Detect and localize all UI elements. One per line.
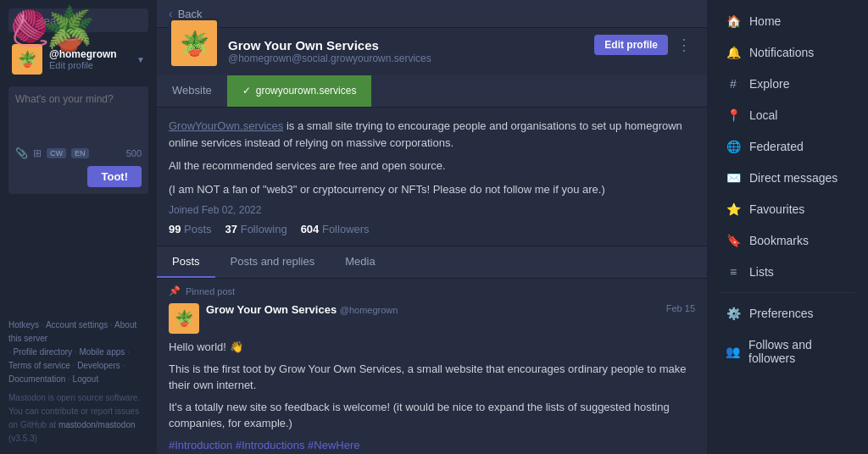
github-link[interactable]: mastodon/mastodon xyxy=(58,420,136,429)
profile-display-name: Grow Your Own Services xyxy=(228,38,586,53)
back-button[interactable]: ‹ Back xyxy=(157,0,707,28)
nav-item-favourites[interactable]: ⭐Favourites xyxy=(712,194,863,224)
nav-label-bookmarks: Bookmarks xyxy=(749,234,809,247)
post-avatar: 🪴 xyxy=(169,303,199,334)
lists-icon: ≡ xyxy=(726,265,741,279)
posts-tabs-header: Posts Posts and replies Media xyxy=(157,246,707,279)
left-sidebar: 🔍 🪴 @homegrown Edit profile ▼ 📎 ⊞ CW EN … xyxy=(0,0,157,454)
nav-label-preferences: Preferences xyxy=(749,307,813,320)
terms-link[interactable]: Terms of service xyxy=(8,361,70,370)
post-content: Hello world! 👋 This is the first toot by… xyxy=(169,339,695,453)
post-tags: #Introduction #Introductions #NewHere xyxy=(169,437,695,454)
nav-item-preferences[interactable]: ⚙️Preferences xyxy=(712,298,863,329)
profile-handle: @homegrown@social.growyourown.services xyxy=(228,53,586,64)
pin-icon: 📌 xyxy=(169,285,181,296)
bio-line2: All the recommended services are free an… xyxy=(169,158,695,174)
following-label: Following xyxy=(241,223,287,235)
post-line2: It's a totally new site so feedback is w… xyxy=(169,399,695,432)
avatar: 🪴 xyxy=(12,44,42,75)
profile-stats: 99 Posts 37 Following 604 Followers xyxy=(169,223,695,235)
post-meta: Grow Your Own Services @homegrown xyxy=(206,303,659,316)
profile-bio: GrowYourOwn.services is a small site try… xyxy=(157,108,707,246)
profile-tabs: Website growyourown.services xyxy=(157,75,707,108)
bio-line1: GrowYourOwn.services is a small site try… xyxy=(169,118,695,151)
nav-label-favourites: Favourites xyxy=(749,202,804,216)
hotkeys-link[interactable]: Hotkeys xyxy=(8,320,39,329)
pinned-post-section: 📌 Pinned post 🪴 Grow Your Own Services @… xyxy=(157,279,707,454)
followers-count: 604 xyxy=(301,223,320,235)
nav-label-direct-messages: Direct messages xyxy=(749,171,837,185)
nav-item-bookmarks[interactable]: 🔖Bookmarks xyxy=(712,225,863,256)
nav-item-notifications[interactable]: 🔔Notifications xyxy=(712,37,863,68)
chevron-down-icon: ▼ xyxy=(136,55,145,64)
profile-actions: Edit profile ⋮ xyxy=(594,35,695,55)
post-line1: This is the first toot by Grow Your Own … xyxy=(169,361,695,394)
bookmarks-icon: 🔖 xyxy=(726,234,741,247)
account-settings-link[interactable]: Account settings xyxy=(46,320,108,329)
tab-media[interactable]: Media xyxy=(330,246,390,278)
pinned-text: Pinned post xyxy=(186,286,235,296)
nav-label-local: Local xyxy=(749,108,777,122)
following-count: 37 xyxy=(225,223,237,235)
mobile-apps-link[interactable]: Mobile apps xyxy=(79,347,125,357)
logout-link[interactable]: Logout xyxy=(73,374,99,384)
nav-item-local[interactable]: 📍Local xyxy=(712,100,863,130)
profile-text: Grow Your Own Services @homegrown@social… xyxy=(228,35,586,64)
emoji-icon[interactable]: ⊞ xyxy=(33,147,42,159)
nav-label-lists: Lists xyxy=(749,265,774,279)
follows-followers-icon: 👥 xyxy=(726,345,740,358)
post-author: Grow Your Own Services xyxy=(206,303,337,316)
followers-label: Followers xyxy=(322,223,370,235)
nav-label-home: Home xyxy=(749,14,781,28)
following-stat[interactable]: 37 Following xyxy=(225,223,287,235)
en-button[interactable]: EN xyxy=(71,148,89,158)
nav-item-lists[interactable]: ≡Lists xyxy=(712,257,863,287)
post-author-line: Grow Your Own Services @homegrown xyxy=(206,303,659,316)
edit-profile-link[interactable]: Edit profile xyxy=(49,60,130,70)
pinned-label: 📌 Pinned post xyxy=(169,285,695,296)
compose-toolbar: 📎 ⊞ CW EN 500 xyxy=(15,147,142,159)
edit-profile-button[interactable]: Edit profile xyxy=(594,35,668,55)
attach-icon[interactable]: 📎 xyxy=(15,147,28,159)
nav-item-follows-followers[interactable]: 👥Follows and followers xyxy=(712,329,863,374)
char-count: 500 xyxy=(126,148,142,158)
mastodon-credit: Mastodon is open source software. You ca… xyxy=(8,391,148,446)
nav-divider xyxy=(721,292,854,293)
followers-stat[interactable]: 604 Followers xyxy=(301,223,370,235)
profile-avatar: 🪴 xyxy=(169,18,220,69)
post-handle: @homegrown xyxy=(340,305,398,315)
explore-icon: # xyxy=(726,77,741,91)
posts-count: 99 xyxy=(169,223,181,235)
tab-verified[interactable]: growyourown.services xyxy=(227,75,372,107)
preferences-icon: ⚙️ xyxy=(726,307,741,320)
post-greeting: Hello world! 👋 xyxy=(169,339,695,356)
post-date: Feb 15 xyxy=(666,303,695,313)
grow-link[interactable]: GrowYourOwn.services xyxy=(169,119,283,132)
tab-posts-replies[interactable]: Posts and replies xyxy=(215,246,331,278)
cw-button[interactable]: CW xyxy=(47,148,66,158)
compose-textarea[interactable] xyxy=(15,93,142,140)
toot-button[interactable]: Toot! xyxy=(87,166,142,187)
nav-label-notifications: Notifications xyxy=(749,46,814,59)
profile-dir-link[interactable]: Profile directory xyxy=(14,347,72,357)
tab-posts[interactable]: Posts xyxy=(157,246,215,278)
sidebar-footer: Hotkeys · Account settings · About this … xyxy=(8,318,148,446)
nav-item-explore[interactable]: #Explore xyxy=(712,69,863,99)
direct-messages-icon: ✉️ xyxy=(726,171,741,185)
developers-link[interactable]: Developers xyxy=(77,361,120,370)
pinned-post: 🪴 Grow Your Own Services @homegrown Feb … xyxy=(169,303,695,454)
footer-links: Hotkeys · Account settings · About this … xyxy=(8,320,136,384)
bio-line3: (I am NOT a fan of "web3" or cryptocurre… xyxy=(169,181,695,198)
tab-website[interactable]: Website xyxy=(157,75,227,107)
compose-box: 📎 ⊞ CW EN 500 Toot! xyxy=(8,86,148,194)
local-icon: 📍 xyxy=(726,108,741,122)
posts-stat[interactable]: 99 Posts xyxy=(169,223,212,235)
home-icon: 🏠 xyxy=(726,14,741,28)
nav-item-federated[interactable]: 🌐Federated xyxy=(712,131,863,162)
nav-item-direct-messages[interactable]: ✉️Direct messages xyxy=(712,163,863,193)
more-options-button[interactable]: ⋮ xyxy=(673,36,695,54)
federated-icon: 🌐 xyxy=(726,140,741,153)
nav-item-home[interactable]: 🏠Home xyxy=(712,6,863,36)
docs-link[interactable]: Documentation xyxy=(8,374,65,384)
profile-info-bar: 🪴 Grow Your Own Services @homegrown@soci… xyxy=(157,28,707,75)
